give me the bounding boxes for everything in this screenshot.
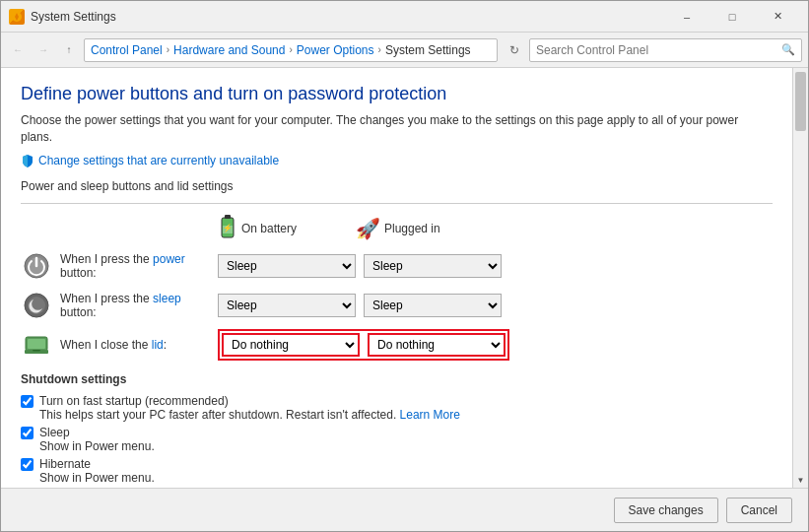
sleep-button-row: When I press the sleep button: Do nothin… bbox=[21, 290, 773, 321]
power-button-on-battery-wrap: Do nothing Sleep Hibernate Shut down Tur… bbox=[218, 254, 356, 278]
forward-button[interactable]: → bbox=[33, 39, 54, 61]
breadcrumb-sep-2: › bbox=[287, 44, 294, 55]
sleep-button-dropdowns: Do nothing Sleep Hibernate Shut down Tur… bbox=[218, 294, 502, 317]
hibernate-content: Hibernate Show in Power menu. bbox=[39, 457, 155, 485]
plugged-in-label: Plugged in bbox=[384, 222, 440, 235]
svg-text:⚡: ⚡ bbox=[223, 223, 233, 233]
power-button-plugged-select[interactable]: Do nothing Sleep Hibernate Shut down Tur… bbox=[364, 254, 502, 278]
breadcrumb-control-panel[interactable]: Control Panel bbox=[89, 43, 165, 57]
search-box: 🔍 bbox=[529, 38, 802, 62]
breadcrumb-sep-3: › bbox=[376, 44, 383, 55]
sleep-button-icon bbox=[21, 290, 52, 321]
sleep-item: Sleep Show in Power menu. bbox=[21, 426, 773, 453]
sleep-button-plugged-select[interactable]: Do nothing Sleep Hibernate Shut down Tur… bbox=[364, 294, 502, 317]
lid-label: When I close the lid: bbox=[60, 338, 218, 352]
breadcrumb: Control Panel › Hardware and Sound › Pow… bbox=[84, 38, 498, 62]
hibernate-label[interactable]: Hibernate bbox=[39, 457, 91, 471]
shield-uac-icon bbox=[21, 154, 34, 167]
sleep-checkbox[interactable] bbox=[21, 427, 34, 439]
hibernate-checkbox[interactable] bbox=[21, 458, 34, 471]
scrollbar-down-button[interactable]: ▼ bbox=[793, 472, 808, 488]
change-settings-link[interactable]: Change settings that are currently unava… bbox=[21, 154, 773, 167]
lid-icon bbox=[21, 329, 52, 361]
content-area: Define power buttons and turn on passwor… bbox=[1, 68, 792, 488]
section-label: Power and sleep buttons and lid settings bbox=[21, 179, 773, 193]
sleep-button-label: When I press the sleep button: bbox=[60, 292, 218, 319]
col-on-battery: ⚡ On battery bbox=[218, 214, 356, 244]
lid-row: When I close the lid: Do nothing Sleep H… bbox=[21, 329, 773, 361]
window-title: System Settings bbox=[31, 10, 664, 24]
fast-startup-item: Turn on fast startup (recommended) This … bbox=[21, 394, 773, 422]
sleep-content: Sleep Show in Power menu. bbox=[39, 426, 155, 453]
fast-startup-content: Turn on fast startup (recommended) This … bbox=[39, 394, 460, 422]
shutdown-title: Shutdown settings bbox=[21, 372, 773, 386]
power-button-on-battery-select[interactable]: Do nothing Sleep Hibernate Shut down Tur… bbox=[218, 254, 356, 278]
search-input[interactable] bbox=[536, 43, 781, 57]
lid-on-battery-wrap: Do nothing Sleep Hibernate Shut down Tur… bbox=[222, 333, 360, 357]
settings-grid: When I press the power button: Do nothin… bbox=[21, 250, 773, 361]
learn-more-link[interactable]: Learn More bbox=[400, 408, 460, 422]
close-button[interactable]: ✕ bbox=[755, 1, 800, 33]
hibernate-desc: Show in Power menu. bbox=[39, 471, 155, 485]
sleep-desc: Show in Power menu. bbox=[39, 439, 155, 453]
lid-dropdowns: Do nothing Sleep Hibernate Shut down Tur… bbox=[218, 329, 509, 361]
sleep-button-plugged-wrap: Do nothing Sleep Hibernate Shut down Tur… bbox=[364, 294, 502, 317]
on-battery-label: On battery bbox=[241, 222, 297, 235]
app-icon bbox=[9, 9, 25, 25]
address-bar: ← → ↑ Control Panel › Hardware and Sound… bbox=[1, 33, 808, 68]
fast-startup-label[interactable]: Turn on fast startup (recommended) bbox=[39, 394, 229, 408]
power-button-icon bbox=[21, 250, 52, 282]
refresh-button[interactable]: ↻ bbox=[504, 39, 525, 61]
breadcrumb-power-options[interactable]: Power Options bbox=[295, 43, 376, 57]
title-bar: System Settings – □ ✕ bbox=[1, 1, 808, 33]
footer: Save changes Cancel bbox=[1, 488, 808, 531]
fast-startup-checkbox[interactable] bbox=[21, 395, 34, 408]
svg-rect-10 bbox=[28, 339, 45, 349]
window-controls: – □ ✕ bbox=[664, 1, 800, 33]
back-button[interactable]: ← bbox=[7, 39, 29, 61]
breadcrumb-current: System Settings bbox=[383, 43, 473, 57]
maximize-button[interactable]: □ bbox=[709, 1, 755, 33]
power-button-row: When I press the power button: Do nothin… bbox=[21, 250, 773, 282]
sleep-button-on-battery-select[interactable]: Do nothing Sleep Hibernate Shut down Tur… bbox=[218, 294, 356, 317]
column-headers: ⚡ On battery 🚀 Plugged in bbox=[218, 214, 773, 244]
battery-icon: ⚡ bbox=[218, 214, 237, 244]
lid-plugged-wrap: Do nothing Sleep Hibernate Shut down Tur… bbox=[368, 333, 506, 357]
sleep-button-on-battery-wrap: Do nothing Sleep Hibernate Shut down Tur… bbox=[218, 294, 356, 317]
up-button[interactable]: ↑ bbox=[58, 39, 80, 61]
system-settings-window: System Settings – □ ✕ ← → ↑ Control Pane… bbox=[0, 0, 809, 532]
change-link-text: Change settings that are currently unava… bbox=[38, 154, 279, 167]
scrollbar[interactable]: ▲ ▼ bbox=[792, 68, 808, 488]
shutdown-section: Shutdown settings Turn on fast startup (… bbox=[21, 372, 773, 488]
search-icon: 🔍 bbox=[781, 43, 795, 56]
breadcrumb-hardware-sound[interactable]: Hardware and Sound bbox=[171, 43, 287, 57]
cancel-button[interactable]: Cancel bbox=[726, 498, 792, 523]
fast-startup-desc: This helps start your PC faster after sh… bbox=[39, 408, 460, 422]
save-changes-button[interactable]: Save changes bbox=[614, 498, 718, 523]
section-divider bbox=[21, 203, 773, 204]
plugged-icon: 🚀 bbox=[356, 217, 380, 240]
sleep-label[interactable]: Sleep bbox=[39, 426, 70, 439]
page-description: Choose the power settings that you want … bbox=[21, 112, 773, 146]
power-button-label: When I press the power button: bbox=[60, 252, 218, 280]
lid-on-battery-select[interactable]: Do nothing Sleep Hibernate Shut down Tur… bbox=[222, 333, 360, 357]
col-plugged-in: 🚀 Plugged in bbox=[356, 214, 494, 244]
power-button-plugged-wrap: Do nothing Sleep Hibernate Shut down Tur… bbox=[364, 254, 502, 278]
minimize-button[interactable]: – bbox=[664, 1, 709, 33]
hibernate-item: Hibernate Show in Power menu. bbox=[21, 457, 773, 485]
power-button-dropdowns: Do nothing Sleep Hibernate Shut down Tur… bbox=[218, 254, 502, 278]
svg-rect-2 bbox=[225, 215, 231, 219]
lid-plugged-select[interactable]: Do nothing Sleep Hibernate Shut down Tur… bbox=[368, 333, 506, 357]
main-content: Define power buttons and turn on passwor… bbox=[1, 68, 808, 488]
scrollbar-thumb[interactable] bbox=[795, 72, 806, 131]
svg-rect-12 bbox=[33, 350, 40, 352]
page-title: Define power buttons and turn on passwor… bbox=[21, 84, 773, 104]
breadcrumb-sep-1: › bbox=[165, 44, 171, 55]
